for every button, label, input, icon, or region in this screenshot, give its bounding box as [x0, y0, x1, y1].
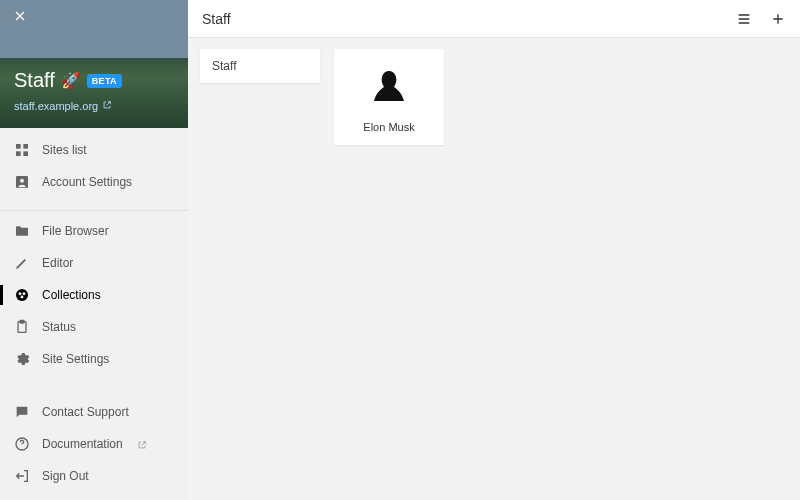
sidebar-item-label: File Browser	[42, 224, 109, 238]
beta-badge: BETA	[87, 74, 122, 88]
sidebar-item-collections[interactable]: Collections	[0, 279, 188, 311]
sidebar-item-label: Collections	[42, 288, 101, 302]
site-domain-text: staff.example.org	[14, 100, 98, 112]
topbar-actions	[736, 11, 786, 27]
rocket-icon: 🚀	[61, 71, 81, 90]
collection-folder-label: Staff	[212, 59, 236, 73]
account-icon	[14, 174, 30, 190]
site-title-row: Staff 🚀 BETA	[14, 69, 122, 92]
gear-icon	[14, 351, 30, 367]
sidebar-item-file-browser[interactable]: File Browser	[0, 215, 188, 247]
main-area: Staff Staff Elon Musk	[188, 0, 800, 500]
chat-icon	[14, 404, 30, 420]
site-title: Staff	[14, 69, 55, 92]
add-button[interactable]	[770, 11, 786, 27]
close-icon	[12, 8, 28, 28]
list-view-button[interactable]	[736, 11, 752, 27]
sidebar-item-status[interactable]: Status	[0, 311, 188, 343]
pencil-icon	[14, 255, 30, 271]
svg-rect-2	[16, 151, 21, 156]
sidebar-item-editor[interactable]: Editor	[0, 247, 188, 279]
svg-point-8	[23, 292, 26, 295]
svg-point-7	[19, 292, 22, 295]
sidebar-item-sign-out[interactable]: Sign Out	[0, 460, 188, 492]
site-domain-link[interactable]: staff.example.org	[14, 100, 112, 112]
external-link-icon	[137, 439, 147, 449]
svg-point-5	[20, 179, 24, 183]
sidebar-item-label: Account Settings	[42, 175, 132, 189]
sidebar-item-label: Editor	[42, 256, 73, 270]
sidebar-item-site-settings[interactable]: Site Settings	[0, 343, 188, 375]
collections-icon	[14, 287, 30, 303]
folder-icon	[14, 223, 30, 239]
sidebar-item-account-settings[interactable]: Account Settings	[0, 166, 188, 198]
svg-point-6	[16, 289, 28, 301]
svg-rect-11	[20, 320, 24, 323]
sidebar-item-label: Status	[42, 320, 76, 334]
svg-point-9	[21, 296, 24, 299]
sidebar-item-documentation[interactable]: Documentation	[0, 428, 188, 460]
plus-icon	[770, 13, 786, 30]
sidebar-item-label: Contact Support	[42, 405, 129, 419]
external-link-icon	[102, 100, 112, 112]
svg-rect-3	[23, 151, 28, 156]
sidebar-item-label: Documentation	[42, 437, 123, 451]
avatar	[365, 63, 413, 111]
grid-icon	[14, 142, 30, 158]
page-title: Staff	[202, 11, 231, 27]
sidebar-item-sites-list[interactable]: Sites list	[0, 134, 188, 166]
sidebar-item-label: Sign Out	[42, 469, 89, 483]
sidebar-nav: Sites list Account Settings File Browser	[0, 128, 188, 500]
svg-rect-1	[23, 144, 28, 149]
list-icon	[736, 13, 752, 30]
topbar: Staff	[188, 0, 800, 37]
collection-item-name: Elon Musk	[363, 121, 414, 133]
sidebar-item-contact-support[interactable]: Contact Support	[0, 396, 188, 428]
collection-folder-staff[interactable]: Staff	[200, 49, 320, 83]
help-icon	[14, 436, 30, 452]
sidebar-item-label: Sites list	[42, 143, 87, 157]
sidebar-header: Staff 🚀 BETA staff.example.org	[0, 0, 188, 128]
content: Staff Elon Musk	[188, 37, 800, 500]
sidebar-item-label: Site Settings	[42, 352, 109, 366]
close-button[interactable]	[10, 8, 30, 28]
nav-divider	[0, 210, 188, 211]
svg-rect-0	[16, 144, 21, 149]
clipboard-icon	[14, 319, 30, 335]
signout-icon	[14, 468, 30, 484]
collection-item[interactable]: Elon Musk	[334, 49, 444, 145]
sidebar: Staff 🚀 BETA staff.example.org Sites lis…	[0, 0, 188, 500]
